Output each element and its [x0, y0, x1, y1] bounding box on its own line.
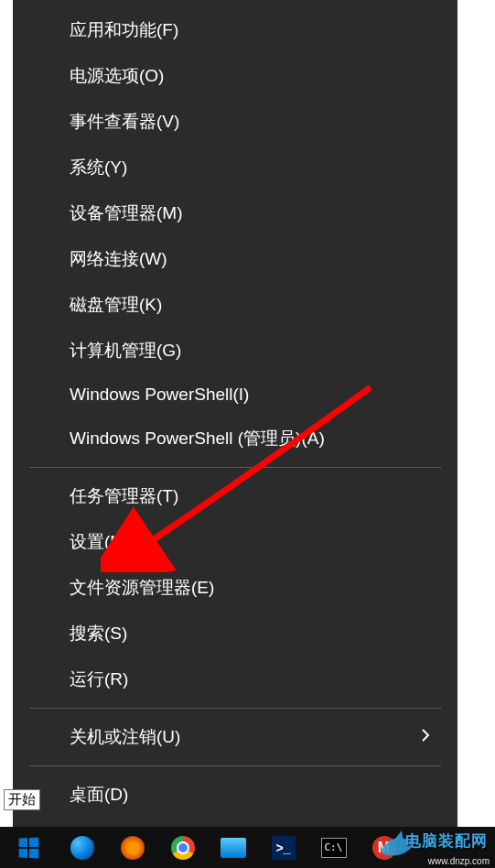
menu-item-system[interactable]: 系统(Y)	[13, 145, 457, 190]
menu-item-desktop[interactable]: 桌面(D)	[13, 772, 457, 818]
menu-item-file-explorer[interactable]: 文件资源管理器(E)	[13, 565, 457, 611]
taskbar-app-terminal[interactable]: C:\	[308, 827, 359, 868]
menu-label: 关机或注销(U)	[70, 725, 180, 749]
menu-item-device-manager[interactable]: 设备管理器(M)	[13, 190, 457, 236]
menu-label: Windows PowerShell (管理员)(A)	[70, 427, 325, 450]
menu-label: 设置(N)	[70, 530, 128, 554]
menu-item-shutdown-signout[interactable]: 关机或注销(U)	[13, 714, 457, 760]
taskbar-app-file-explorer[interactable]	[208, 827, 258, 868]
windows-logo-icon	[19, 837, 39, 858]
menu-label: 文件资源管理器(E)	[70, 576, 214, 600]
taskbar-app-m[interactable]: M	[359, 827, 409, 868]
menu-item-network-connections[interactable]: 网络连接(W)	[13, 236, 457, 282]
taskbar-app-firefox[interactable]	[107, 827, 157, 868]
tooltip-label: 开始	[8, 791, 36, 807]
menu-label: 任务管理器(T)	[70, 484, 178, 508]
menu-label: 系统(Y)	[70, 156, 127, 179]
menu-item-task-manager[interactable]: 任务管理器(T)	[13, 473, 457, 519]
firefox-icon	[121, 836, 145, 860]
menu-label: 磁盘管理(K)	[70, 293, 162, 317]
menu-item-power-options[interactable]: 电源选项(O)	[13, 53, 457, 99]
winx-context-menu: 应用和功能(F) 电源选项(O) 事件查看器(V) 系统(Y) 设备管理器(M)…	[13, 0, 457, 827]
menu-label: 网络连接(W)	[70, 247, 167, 271]
m-letter-icon: M	[372, 836, 396, 860]
menu-divider	[29, 467, 441, 468]
taskbar-app-edge[interactable]	[57, 827, 107, 868]
powershell-icon: >_	[272, 836, 296, 860]
menu-item-settings[interactable]: 设置(N)	[13, 519, 457, 565]
menu-label: 计算机管理(G)	[70, 339, 181, 363]
menu-divider	[29, 708, 441, 709]
terminal-icon: C:\	[321, 838, 347, 858]
menu-item-disk-management[interactable]: 磁盘管理(K)	[13, 282, 457, 328]
chevron-right-icon	[421, 728, 430, 747]
menu-label: 事件查看器(V)	[70, 110, 179, 134]
menu-item-run[interactable]: 运行(R)	[13, 656, 457, 702]
menu-item-search[interactable]: 搜索(S)	[13, 611, 457, 656]
menu-label: 设备管理器(M)	[70, 201, 182, 225]
menu-item-powershell-admin[interactable]: Windows PowerShell (管理员)(A)	[13, 416, 457, 461]
edge-icon	[70, 836, 94, 860]
taskbar-app-chrome[interactable]	[157, 827, 208, 868]
menu-label: 搜索(S)	[70, 622, 127, 646]
menu-item-computer-management[interactable]: 计算机管理(G)	[13, 328, 457, 374]
menu-item-apps-features[interactable]: 应用和功能(F)	[13, 7, 457, 53]
menu-label: Windows PowerShell(I)	[70, 385, 249, 405]
menu-label: 桌面(D)	[70, 783, 128, 807]
menu-label: 运行(R)	[70, 667, 128, 691]
start-button[interactable]	[0, 827, 57, 868]
folder-icon	[221, 838, 246, 858]
menu-label: 电源选项(O)	[70, 64, 164, 88]
menu-item-event-viewer[interactable]: 事件查看器(V)	[13, 99, 457, 145]
menu-label: 应用和功能(F)	[70, 18, 178, 42]
start-tooltip: 开始	[4, 789, 40, 810]
menu-item-powershell[interactable]: Windows PowerShell(I)	[13, 374, 457, 416]
taskbar: >_ C:\ M	[0, 827, 495, 868]
chrome-icon	[171, 836, 195, 860]
menu-divider	[29, 765, 441, 766]
taskbar-app-powershell[interactable]: >_	[258, 827, 308, 868]
